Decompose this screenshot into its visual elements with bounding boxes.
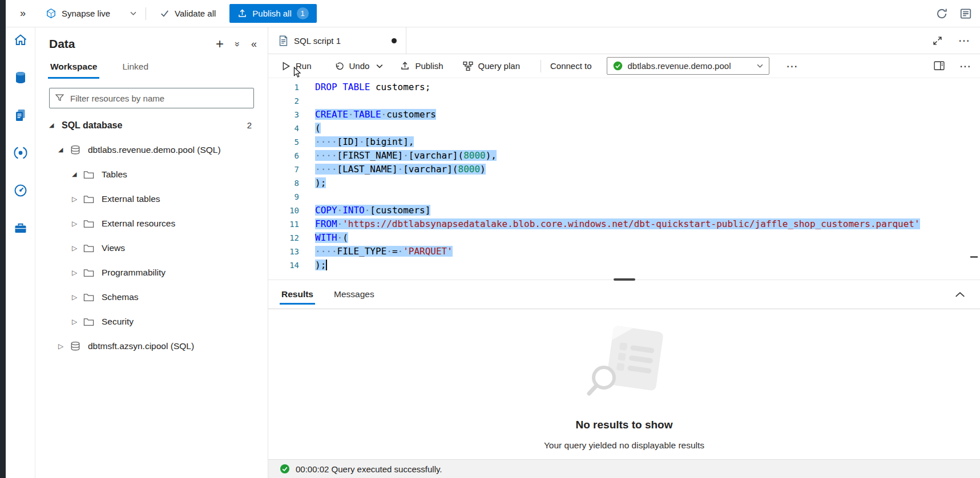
collapse-all-icon[interactable]: » — [233, 42, 242, 46]
line-number[interactable]: 7 — [268, 163, 299, 176]
home-icon — [13, 33, 28, 47]
publish-all-button[interactable]: Publish all 1 — [229, 4, 316, 23]
code-line[interactable]: ); — [315, 176, 980, 190]
line-number[interactable]: 2 — [268, 94, 299, 108]
line-number[interactable]: 12 — [268, 231, 299, 245]
line-number[interactable]: 9 — [268, 190, 299, 204]
monitor-gauge-icon — [13, 183, 28, 198]
properties-icon[interactable] — [934, 61, 945, 71]
tree-item-dbtmsft-azsyn-cipool-sql[interactable]: ▷dbtmsft.azsyn.cipool (SQL) — [35, 334, 268, 358]
code-line[interactable]: ····[ID]·[bigint], — [315, 135, 980, 149]
nav-develop[interactable] — [13, 107, 29, 123]
tree-item-label: dbtlabs.revenue.demo.pool (SQL) — [88, 145, 221, 155]
expand-topnav-icon[interactable]: » — [20, 7, 25, 19]
validate-all-button[interactable]: Validate all — [155, 5, 220, 22]
nav-manage[interactable] — [13, 220, 29, 236]
line-number[interactable]: 1 — [268, 80, 299, 94]
tree-item-schemas[interactable]: ▷Schemas — [35, 285, 268, 309]
code-line[interactable]: ( — [315, 121, 980, 135]
splitter-handle[interactable] — [614, 278, 635, 281]
toolbar-divider — [541, 60, 541, 72]
collapse-toggle-icon[interactable]: ◢ — [72, 171, 83, 178]
code-line[interactable]: ····[FIRST_NAME]·[varchar](8000), — [315, 149, 980, 163]
query-plan-button[interactable]: Query plan — [463, 61, 520, 71]
code-line[interactable]: WITH·( — [315, 231, 980, 245]
expand-toggle-icon[interactable]: ▷ — [72, 318, 83, 326]
tab-sql-script-1[interactable]: SQL script 1 — [268, 27, 406, 54]
undo-dropdown-chevron-icon[interactable] — [376, 64, 383, 68]
tab-workspace[interactable]: Workspace — [50, 62, 97, 79]
code-line[interactable]: FROM·'https://dbtlabsynapsedatalake.blob… — [315, 217, 980, 231]
code-line[interactable]: ····[LAST_NAME]·[varchar](8000) — [315, 163, 980, 176]
tree-item-programmability[interactable]: ▷Programmability — [35, 260, 268, 285]
line-number[interactable]: 3 — [268, 108, 299, 121]
collapse-results-icon[interactable] — [955, 291, 965, 298]
line-number[interactable]: 8 — [268, 176, 299, 190]
tab-messages[interactable]: Messages — [328, 280, 381, 309]
clipboard-list-icon[interactable] — [959, 7, 972, 20]
run-button[interactable]: Run — [282, 61, 312, 71]
line-number[interactable]: 10 — [268, 204, 299, 217]
tree-item-security[interactable]: ▷Security — [35, 309, 268, 334]
line-number[interactable]: 4 — [268, 121, 299, 135]
tree-item-views[interactable]: ▷Views — [35, 236, 268, 260]
expand-toggle-icon[interactable]: ▷ — [72, 269, 83, 277]
expand-toggle-icon[interactable]: ▷ — [72, 293, 83, 301]
validate-all-label: Validate all — [175, 9, 216, 18]
tree-item-sql-database[interactable]: ◢SQL database2 — [35, 113, 268, 137]
nav-data[interactable] — [13, 70, 29, 86]
expand-toggle-icon[interactable]: ▷ — [72, 244, 83, 252]
code-line[interactable] — [315, 94, 980, 108]
nav-home[interactable] — [13, 32, 29, 48]
code-line[interactable] — [315, 190, 980, 204]
empty-state-subtitle: Your query yielded no displayable result… — [544, 440, 704, 451]
tab-linked[interactable]: Linked — [122, 62, 148, 79]
text-cursor — [326, 260, 327, 270]
success-check-icon — [280, 464, 290, 474]
tree-item-dbtlabs-revenue-demo-pool-sql[interactable]: ◢dbtlabs.revenue.demo.pool (SQL) — [35, 137, 268, 162]
undo-button[interactable]: Undo — [334, 61, 370, 71]
collapse-toggle-icon[interactable]: ◢ — [58, 146, 70, 153]
results-panel-header: Results Messages — [268, 279, 980, 309]
add-resource-icon[interactable]: + — [216, 37, 224, 51]
undo-icon — [334, 62, 344, 71]
line-number[interactable]: 14 — [268, 258, 299, 272]
tree-item-external-tables[interactable]: ▷External tables — [35, 187, 268, 211]
expand-toggle-icon[interactable]: ▷ — [72, 195, 83, 203]
code-area[interactable]: DROP TABLE customers;CREATE·TABLE·custom… — [308, 78, 980, 279]
code-line[interactable]: ); — [315, 258, 980, 272]
tab-results[interactable]: Results — [275, 280, 320, 309]
tree-item-tables[interactable]: ◢Tables — [35, 162, 268, 187]
line-number[interactable]: 11 — [268, 217, 299, 231]
expand-editor-icon[interactable] — [933, 36, 942, 46]
line-number[interactable]: 13 — [268, 245, 299, 258]
toolbar-more-icon[interactable]: ⋯ — [787, 60, 798, 72]
code-line[interactable]: ····FILE_TYPE·=·'PARQUET' — [315, 245, 980, 258]
collapse-panel-icon[interactable]: « — [251, 39, 256, 49]
sql-editor[interactable]: 1234567891011121314 DROP TABLE customers… — [268, 78, 980, 279]
expand-toggle-icon[interactable]: ▷ — [72, 220, 83, 228]
code-line[interactable]: CREATE·TABLE·customers — [315, 108, 980, 121]
connect-pool-dropdown[interactable]: dbtlabs.revenue.demo.pool — [607, 57, 769, 75]
folder-icon — [83, 293, 96, 302]
toolbar-overflow-icon[interactable]: ⋯ — [959, 60, 971, 72]
publish-button[interactable]: Publish — [400, 61, 443, 71]
mode-selector[interactable]: Synapse live — [46, 8, 136, 19]
status-message: 00:00:02 Query executed successfully. — [296, 464, 442, 474]
refresh-icon[interactable] — [935, 7, 948, 20]
filter-resources-input[interactable] — [49, 88, 254, 108]
code-line[interactable]: DROP TABLE customers; — [315, 80, 980, 94]
tab-more-actions-icon[interactable]: ⋯ — [958, 35, 970, 46]
tree-item-external-resources[interactable]: ▷External resources — [35, 211, 268, 236]
line-number[interactable]: 5 — [268, 135, 299, 149]
code-line[interactable]: COPY·INTO·[customers] — [315, 204, 980, 217]
collapse-toggle-icon[interactable]: ◢ — [49, 121, 61, 129]
publish-label: Publish — [415, 61, 443, 71]
tabbar-right-actions: ⋯ — [933, 27, 970, 54]
line-number[interactable]: 6 — [268, 149, 299, 163]
connected-pool-name: dbtlabs.revenue.demo.pool — [628, 61, 752, 71]
nav-monitor[interactable] — [13, 183, 29, 199]
nav-integrate[interactable] — [13, 145, 29, 161]
expand-toggle-icon[interactable]: ▷ — [58, 342, 70, 350]
left-nav-rail — [6, 27, 35, 478]
